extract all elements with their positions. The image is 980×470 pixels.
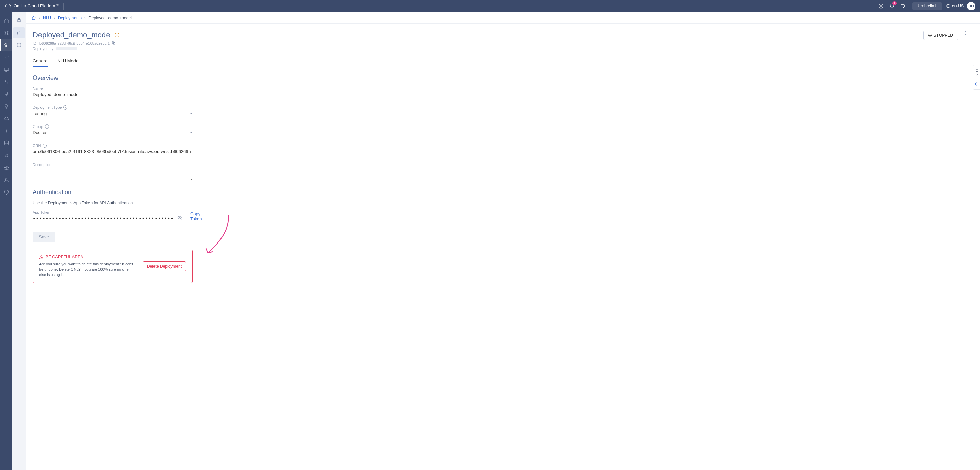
danger-text: Are you sure you want to delete this dep… xyxy=(39,262,136,278)
user-avatar[interactable]: OD xyxy=(967,2,975,10)
auth-heading: Authentication xyxy=(33,189,970,196)
auth-description: Use the Deployment's App Token for API A… xyxy=(33,201,970,205)
subnav-engine[interactable] xyxy=(13,15,25,26)
sidebar-balance[interactable] xyxy=(0,162,12,173)
delete-deployment-button[interactable]: Delete Deployment xyxy=(143,261,186,272)
breadcrumb-deployments[interactable]: Deployments xyxy=(58,16,82,21)
main-area: › NLU › Deployments › Deployed_demo_mode… xyxy=(26,12,980,470)
subnav-deployments[interactable] xyxy=(13,27,25,38)
announcements-icon[interactable] xyxy=(897,1,908,11)
name-label: Name xyxy=(33,86,192,91)
sidebar-ideas[interactable] xyxy=(0,101,12,112)
primary-sidebar xyxy=(0,12,12,470)
sidebar-home[interactable] xyxy=(0,15,12,27)
token-value: ••••••••••••••••••••••••••••••••••••••••… xyxy=(33,214,182,224)
group-select[interactable]: DocTest▼ xyxy=(33,129,192,137)
registered-mark: ® xyxy=(56,3,59,6)
type-select[interactable]: Testing▼ xyxy=(33,110,192,118)
tab-nlu-model[interactable]: NLU Model xyxy=(57,56,79,67)
page-title: Deployed_demo_model xyxy=(33,30,111,40)
overview-heading: Overview xyxy=(33,75,970,82)
svg-point-17 xyxy=(966,34,966,35)
sidebar-cloud[interactable] xyxy=(0,113,12,124)
org-selector[interactable]: Umbrella1 xyxy=(912,2,942,10)
refresh-icon xyxy=(975,82,978,86)
deployed-by-label: Deployed by: xyxy=(33,47,54,51)
info-icon[interactable]: i xyxy=(45,124,49,129)
more-menu[interactable] xyxy=(962,30,970,35)
test-panel-toggle[interactable]: TEST xyxy=(973,65,980,90)
svg-point-8 xyxy=(6,130,7,132)
breadcrumb: › NLU › Deployments › Deployed_demo_mode… xyxy=(26,12,980,24)
brand-text: Omilia Cloud Platform® xyxy=(14,3,59,8)
bug-icon xyxy=(115,32,120,38)
record-icon xyxy=(928,34,932,37)
svg-point-5 xyxy=(5,92,6,94)
danger-zone: BE CAREFUL AREA Are you sure you want to… xyxy=(33,249,192,283)
cloud-icon xyxy=(5,4,11,8)
description-input[interactable] xyxy=(33,167,192,180)
tabs: General NLU Model xyxy=(33,56,970,67)
svg-point-7 xyxy=(6,95,7,96)
tab-general[interactable]: General xyxy=(33,56,48,67)
warning-icon xyxy=(39,255,43,259)
svg-rect-2 xyxy=(901,5,905,7)
danger-title-text: BE CAREFUL AREA xyxy=(46,255,83,259)
sidebar-users[interactable] xyxy=(0,174,12,186)
language-selector[interactable]: en-US xyxy=(946,4,964,8)
copy-id-icon[interactable] xyxy=(111,41,116,46)
breadcrumb-nlu[interactable]: NLU xyxy=(43,16,51,21)
svg-point-16 xyxy=(966,33,966,33)
svg-rect-4 xyxy=(5,68,8,71)
sidebar-database[interactable] xyxy=(0,137,12,149)
lifesaver-icon[interactable] xyxy=(875,1,886,11)
chevron-down-icon: ▼ xyxy=(189,112,192,115)
svg-point-15 xyxy=(966,31,966,32)
language-label: en-US xyxy=(952,4,964,8)
sidebar-monitor[interactable] xyxy=(0,64,12,76)
sidebar-sliders[interactable] xyxy=(0,76,12,88)
svg-point-9 xyxy=(5,141,8,142)
svg-point-12 xyxy=(116,34,118,36)
notification-badge: 2 xyxy=(892,2,897,5)
chevron-down-icon: ▼ xyxy=(189,131,192,134)
type-label: Deployment Type xyxy=(33,105,62,110)
save-button[interactable]: Save xyxy=(33,232,55,242)
deployed-by-value xyxy=(56,47,77,50)
bell-icon[interactable]: 2 xyxy=(886,1,897,11)
sidebar-analytics[interactable] xyxy=(0,52,12,63)
token-label: App Token xyxy=(33,210,182,214)
sidebar-settings[interactable] xyxy=(0,125,12,137)
orn-value: orn:6d061304-bea2-4191-8823-9503bd0eb7f7… xyxy=(33,148,192,156)
chevron-right-icon: › xyxy=(39,16,40,21)
sub-sidebar xyxy=(12,12,26,470)
eye-off-icon[interactable] xyxy=(177,215,182,221)
group-label: Group xyxy=(33,124,43,129)
sidebar-nlu[interactable] xyxy=(0,40,12,51)
description-label: Description xyxy=(33,163,192,167)
id-label: ID: xyxy=(33,41,37,45)
test-label: TEST xyxy=(975,68,978,80)
home-icon[interactable] xyxy=(31,16,36,21)
topbar: Omilia Cloud Platform® 2 Umbrella1 en-US… xyxy=(0,0,980,12)
chevron-right-icon: › xyxy=(84,16,86,21)
name-input[interactable]: Deployed_demo_model xyxy=(33,91,192,99)
sidebar-layers[interactable] xyxy=(0,27,12,39)
svg-point-1 xyxy=(880,5,882,7)
svg-point-10 xyxy=(5,178,7,180)
sidebar-flows[interactable] xyxy=(0,89,12,100)
sidebar-integrations[interactable] xyxy=(0,150,12,161)
subnav-reports[interactable] xyxy=(13,40,25,50)
status-label: STOPPED xyxy=(934,33,953,38)
chevron-right-icon: › xyxy=(54,16,55,21)
orn-label: ORN xyxy=(33,143,41,148)
copy-token-link[interactable]: Copy Token xyxy=(190,211,202,224)
status-button[interactable]: STOPPED xyxy=(923,30,958,40)
id-value: b606266a-728d-46c9-b8b4-e108a62e5cf1 xyxy=(40,41,110,45)
brand-logo[interactable]: Omilia Cloud Platform® xyxy=(5,3,59,8)
sidebar-security[interactable] xyxy=(0,186,12,198)
annotation-arrow xyxy=(203,213,234,257)
divider xyxy=(63,3,64,10)
info-icon[interactable]: i xyxy=(43,143,47,148)
info-icon[interactable]: i xyxy=(63,105,67,110)
